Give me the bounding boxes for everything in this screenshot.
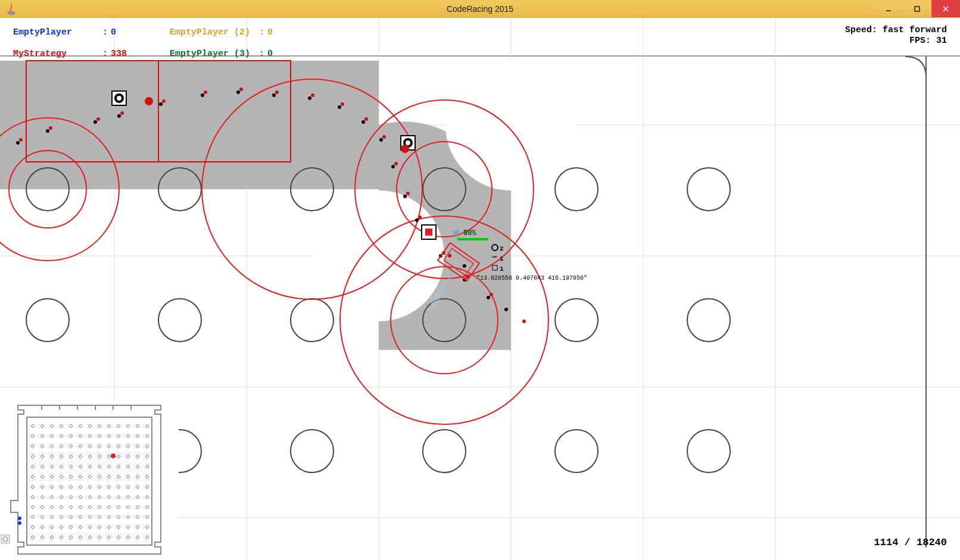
player-name: MyStrategy — [13, 49, 102, 59]
svg-point-77 — [341, 102, 344, 106]
svg-point-114 — [18, 521, 21, 525]
player-name: EmptyPlayer (3) — [170, 49, 259, 59]
game-viewport[interactable]: EmptyPlayer : 0 MyStrategy : 338 EmptyPl… — [0, 18, 960, 560]
svg-point-113 — [18, 517, 21, 520]
java-icon — [5, 2, 18, 15]
svg-point-55 — [236, 90, 240, 94]
svg-point-80 — [394, 162, 398, 165]
car-stats: 2 1 1 — [491, 244, 504, 274]
svg-point-20 — [445, 60, 576, 190]
oil-icon — [491, 264, 498, 274]
svg-point-61 — [391, 165, 395, 168]
svg-point-89 — [117, 96, 121, 101]
svg-point-102 — [492, 245, 498, 251]
svg-point-70 — [96, 117, 100, 121]
window-titlebar: CodeRacing 2015 — [0, 0, 960, 18]
svg-point-57 — [308, 96, 311, 100]
minimize-button[interactable] — [874, 0, 903, 17]
svg-point-56 — [272, 93, 276, 97]
fps-label: FPS: — [909, 36, 931, 46]
svg-point-95 — [145, 97, 153, 105]
hud-speed-fps: Speed: fast forward FPS: 31 — [845, 25, 947, 46]
svg-point-71 — [120, 111, 124, 115]
svg-point-78 — [364, 117, 368, 121]
svg-point-75 — [275, 90, 279, 94]
svg-rect-103 — [493, 265, 497, 270]
tire-count: 2 — [500, 245, 504, 254]
score-player-2: MyStrategy : 338 — [13, 49, 127, 59]
svg-point-49 — [16, 141, 20, 145]
svg-rect-1 — [915, 7, 920, 11]
score-player-4: EmptyPlayer (3) : 0 — [170, 49, 273, 59]
svg-point-59 — [361, 120, 365, 124]
svg-point-68 — [19, 138, 23, 142]
svg-point-62 — [403, 195, 407, 198]
tire-icon — [491, 244, 498, 254]
svg-point-76 — [311, 93, 314, 97]
svg-point-54 — [201, 93, 204, 97]
svg-point-60 — [379, 138, 383, 142]
player-score: 0 — [267, 27, 273, 37]
svg-point-58 — [338, 105, 341, 109]
score-player-1: EmptyPlayer : 0 — [13, 27, 116, 37]
speed-value: fast forward — [883, 25, 947, 35]
frame-current: 1114 — [874, 537, 899, 548]
svg-point-69 — [49, 126, 52, 130]
svg-point-67 — [504, 308, 508, 311]
svg-rect-101 — [457, 238, 488, 240]
close-button[interactable] — [931, 0, 960, 17]
score-player-3: EmptyPlayer (2) : 0 — [170, 27, 273, 37]
svg-point-73 — [204, 90, 207, 94]
svg-point-51 — [93, 120, 97, 124]
svg-point-21 — [313, 190, 444, 321]
svg-point-63 — [415, 218, 419, 222]
player-score: 338 — [111, 49, 127, 59]
fps-value: 31 — [936, 36, 947, 46]
svg-point-86 — [522, 320, 526, 323]
window-controls — [874, 0, 960, 17]
svg-point-72 — [162, 99, 166, 103]
nitro-icon — [491, 254, 498, 264]
svg-point-92 — [406, 140, 410, 145]
svg-point-85 — [490, 293, 493, 296]
player-score: 0 — [111, 27, 116, 37]
car-debug-text: "13.028558 0.407843 416.197850" — [476, 275, 587, 281]
speed-label: Speed: — [845, 25, 877, 35]
svg-point-81 — [406, 192, 410, 195]
nitro-count: 1 — [500, 255, 504, 264]
player-name: EmptyPlayer (2) — [170, 27, 259, 37]
svg-point-74 — [239, 87, 243, 91]
svg-point-112 — [111, 453, 116, 458]
svg-point-96 — [401, 145, 409, 153]
oil-count: 1 — [500, 265, 504, 274]
car-health-pct: 98% — [463, 229, 476, 237]
window-title: CodeRacing 2015 — [447, 4, 513, 14]
frame-counter: 1114 / 18240 — [874, 537, 947, 548]
player-name: EmptyPlayer — [13, 27, 102, 37]
svg-point-79 — [382, 135, 386, 139]
maximize-button[interactable] — [903, 0, 931, 17]
svg-point-66 — [487, 296, 490, 299]
svg-point-53 — [159, 102, 163, 106]
svg-point-50 — [46, 129, 49, 133]
svg-rect-94 — [425, 229, 432, 236]
svg-point-52 — [117, 114, 121, 118]
player-score: 0 — [267, 49, 273, 59]
svg-point-82 — [418, 215, 422, 219]
minimap[interactable] — [0, 399, 179, 560]
svg-rect-115 — [1, 535, 10, 543]
frame-total: 18240 — [917, 537, 947, 548]
